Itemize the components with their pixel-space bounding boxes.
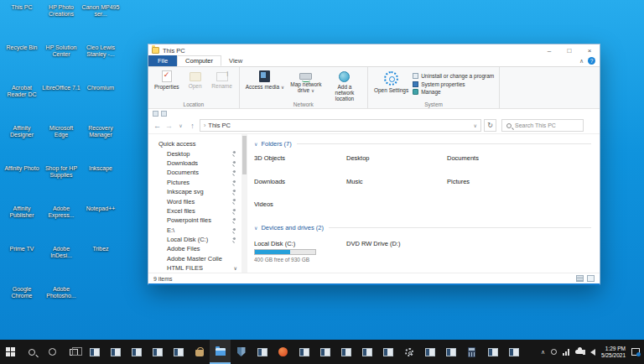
desktop-icon-adobe-photoshop[interactable]: Adobe Photosho... (42, 286, 80, 326)
nav-item-word-files[interactable]: Word files (148, 196, 247, 205)
store-button[interactable] (189, 340, 210, 364)
taskbar-app-6[interactable] (252, 340, 273, 364)
taskbar-app-3[interactable] (126, 340, 147, 364)
task-view-button[interactable] (63, 340, 84, 364)
tab-view[interactable]: View (221, 55, 250, 66)
desktop-icon-recovery-manager[interactable]: Recovery Manager (81, 125, 120, 165)
taskbar-app-10[interactable] (356, 340, 377, 364)
desktop-icon-recycle-bin[interactable]: Recycle Bin (3, 44, 41, 85)
taskbar-app-5[interactable] (168, 340, 189, 364)
help-icon[interactable]: ? (588, 57, 595, 65)
nav-item-adobe-files[interactable]: Adobe Files (148, 244, 247, 253)
nav-item-desktop[interactable]: Desktop (148, 148, 247, 158)
desktop-icon-affinity-designer[interactable]: Affinity Designer (3, 125, 41, 165)
devices-group-header[interactable]: ∨ Devices and drives (2) (254, 224, 591, 232)
desktop-icon-acrobat-reader[interactable]: Acrobat Reader DC (3, 85, 41, 125)
nav-item-documents[interactable]: Documents (148, 168, 247, 177)
settings-button[interactable] (398, 340, 419, 364)
nav-scrollbar-thumb[interactable] (242, 136, 247, 174)
desktop-icon-adobe-express[interactable]: Adobe Express... (42, 205, 80, 246)
nav-item-adobe-master-collection[interactable]: Adobe Master Colle (148, 254, 247, 263)
nav-item-excel-files[interactable]: Excel files (148, 206, 247, 216)
desktop-icon-inkscape[interactable]: Inkscape (81, 165, 120, 205)
desktop-icon-canon-printer[interactable]: Canon MP495 ser... (81, 4, 120, 44)
taskbar-app-2[interactable] (105, 340, 126, 364)
folder-tile-desktop[interactable]: Desktop (346, 153, 447, 176)
recent-locations-icon[interactable]: ∨ (176, 122, 185, 128)
back-icon[interactable]: ← (153, 122, 162, 130)
desktop-icon-google-chrome[interactable]: Google Chrome (3, 286, 41, 326)
maximize-button[interactable]: □ (559, 44, 579, 56)
close-button[interactable]: × (579, 44, 600, 56)
desktop-icon-prime-tv[interactable]: Prime TV (3, 246, 41, 286)
forward-icon[interactable]: → (164, 122, 174, 130)
desktop-icon-hp-solution-center[interactable]: HP Solution Center (42, 44, 80, 85)
address-bar[interactable]: › This PC ∨ (200, 119, 481, 132)
desktop-icon-tribez[interactable]: Tribez (81, 246, 120, 286)
nav-scrollbar[interactable] (242, 134, 247, 273)
desktop-icon-hp-photo-creations[interactable]: HP Photo Creations (42, 4, 80, 44)
red-browser-button[interactable] (273, 340, 293, 364)
desktop-icon-this-pc[interactable]: This PC (3, 4, 41, 44)
qat-icon-1[interactable] (153, 111, 158, 117)
drive-tile-local-disk-c[interactable]: Local Disk (C:) 400 GB free of 930 GB (254, 238, 346, 267)
windows-security-button[interactable] (231, 340, 252, 364)
tab-file[interactable]: File (148, 55, 177, 66)
desktop-icon-adobe-indesign[interactable]: Adobe InDesi... (42, 246, 80, 286)
details-view-icon[interactable] (576, 275, 584, 282)
taskbar-app-12[interactable] (419, 340, 440, 364)
search-input[interactable]: Search This PC (501, 119, 584, 132)
volume-icon[interactable] (590, 349, 595, 356)
chevron-down-icon[interactable]: ∨ (234, 265, 237, 271)
folder-tile-videos[interactable]: Videos (254, 199, 346, 222)
desktop-icon-chromium[interactable]: Chromium (81, 85, 120, 125)
access-media-button[interactable]: Access media ∨ (245, 70, 285, 91)
desktop-icon-shop-hp-supplies[interactable]: Shop for HP Supplies (42, 165, 80, 205)
open-button[interactable]: Open (184, 70, 207, 90)
desktop-icon-microsoft-edge[interactable]: Microsoft Edge (42, 125, 80, 165)
show-hidden-icons-chevron[interactable]: ∧ (541, 349, 545, 356)
taskbar-app-13[interactable] (440, 340, 461, 364)
taskbar-search-button[interactable] (21, 340, 42, 364)
desktop-icon-libreoffice[interactable]: LibreOffice 7.1 (42, 85, 80, 125)
tab-computer[interactable]: Computer (177, 55, 221, 66)
taskbar-app-1[interactable] (84, 340, 105, 364)
taskbar-app-9[interactable] (335, 340, 356, 364)
chevron-down-icon[interactable]: ∨ (254, 141, 257, 147)
desktop-icon-notepad[interactable]: Notepad++ (81, 205, 120, 246)
breadcrumb[interactable]: This PC (208, 122, 231, 129)
action-center-icon[interactable] (631, 348, 640, 356)
qat-icon-2[interactable] (161, 111, 167, 117)
open-settings-button[interactable]: Open Settings (373, 70, 409, 94)
collapse-ribbon-icon[interactable]: ∧ (579, 58, 584, 65)
nav-item-e-drive[interactable]: E:\ (148, 226, 247, 235)
taskbar-app-7[interactable] (293, 340, 314, 364)
properties-button[interactable]: Properties (153, 70, 180, 91)
drive-tile-dvd-rw[interactable]: DVD RW Drive (D:) (346, 238, 447, 267)
taskbar-app-11[interactable] (377, 340, 398, 364)
taskbar-app-4[interactable] (147, 340, 168, 364)
start-button[interactable] (0, 340, 21, 364)
title-bar[interactable]: This PC – □ × (148, 44, 600, 56)
desktop-icon-affinity-publisher[interactable]: Affinity Publisher (3, 205, 41, 246)
folders-group-header[interactable]: ∨ Folders (7) (254, 139, 591, 148)
rename-button[interactable]: Rename (210, 70, 234, 90)
map-network-drive-button[interactable]: Map network drive ∨ (288, 70, 324, 95)
taskbar-app-14[interactable] (482, 340, 503, 364)
folder-tile-music[interactable]: Music (346, 176, 447, 200)
taskbar-clock[interactable]: 1:29 PM 5/25/2021 (601, 346, 626, 359)
nav-item-local-disk-c[interactable]: Local Disk (C:) (148, 235, 247, 244)
nav-item-pictures[interactable]: Pictures (148, 178, 247, 187)
file-explorer-button[interactable] (210, 340, 231, 364)
thumbnails-view-icon[interactable] (587, 275, 595, 282)
people-icon[interactable] (551, 349, 557, 355)
nav-quick-access[interactable]: Quick access (148, 139, 247, 148)
system-properties-button[interactable]: System properties (413, 81, 494, 87)
folder-tile-downloads[interactable]: Downloads (254, 176, 346, 200)
calculator-button[interactable] (461, 340, 482, 364)
manage-button[interactable]: Manage (413, 89, 494, 95)
nav-item-html-files[interactable]: HTML FILES∨ (148, 263, 247, 273)
address-dropdown-icon[interactable]: ∨ (474, 122, 477, 128)
taskbar-app-8[interactable] (314, 340, 335, 364)
nav-item-downloads[interactable]: Downloads (148, 159, 247, 168)
